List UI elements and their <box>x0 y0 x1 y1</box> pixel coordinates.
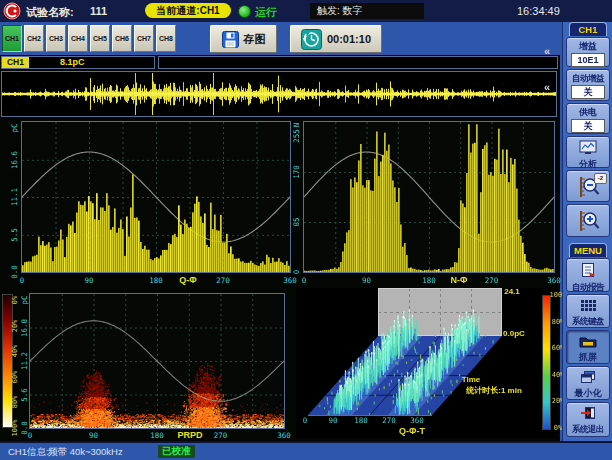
minimize-windows-icon <box>580 370 596 384</box>
q-phi-t-colorbar <box>542 295 551 430</box>
app-logo-icon <box>3 2 21 20</box>
x-tick-label: 90 <box>362 276 371 285</box>
x-tick-label: 360 <box>410 416 424 425</box>
colorbar-tick-label: 0% <box>554 424 562 432</box>
y-axis-unit: pC <box>20 295 29 304</box>
x-axis-label: PRPD <box>177 430 202 440</box>
channel-button-ch4[interactable]: CH4 <box>68 25 88 52</box>
current-channel-pill: 当前通道:CH1 <box>145 3 231 18</box>
channel-button-ch7[interactable]: CH7 <box>134 25 154 52</box>
power-supply-button[interactable]: 供电 关 <box>566 103 610 134</box>
toolbar: CH1CH2CH3CH4CH5CH6CH7CH8 存图 <box>0 22 612 55</box>
prpd-heatmap-panel: 0.05.611.216.8pC090180270360PRPD0%20%40%… <box>0 292 294 442</box>
x-tick-label: 0 <box>302 276 307 285</box>
time-axis-label: Time <box>462 375 481 384</box>
screen-capture-label: 抓屏 <box>567 352 609 363</box>
system-exit-button[interactable]: 系统退出 <box>566 402 610 437</box>
y-tick-label: 11.2 <box>20 352 29 370</box>
x-tick-label: 180 <box>150 431 164 440</box>
auto-gain-button[interactable]: 自动增益 关 <box>566 69 610 101</box>
frequency-band-label: 频带 40k~300kHz <box>48 446 123 459</box>
colorbar-tick-label: 0% <box>11 296 19 304</box>
zoom-in-magnifier-icon <box>576 209 600 233</box>
n-phi-histogram-chart <box>303 121 555 273</box>
collapse-sidebar-icon[interactable]: « <box>544 46 550 56</box>
y-tick-label: 5.5 <box>10 228 19 242</box>
channel-button-group: CH1CH2CH3CH4CH5CH6CH7CH8 <box>2 25 176 52</box>
x-tick-label: 90 <box>328 416 337 425</box>
save-image-button[interactable]: 存图 <box>210 25 277 53</box>
capture-folder-icon <box>579 334 597 348</box>
y-tick-label: 5.6 <box>20 388 29 402</box>
x-tick-label: 180 <box>354 416 368 425</box>
y-tick-label: 16.8 <box>20 318 29 336</box>
z-max-label: 24.1 <box>504 287 520 296</box>
y-tick-label: 0.0 <box>10 265 19 279</box>
run-indicator-icon <box>238 5 251 18</box>
analysis-label: 分析 <box>567 159 609 170</box>
collapse-sidebar-icon[interactable]: « <box>544 82 550 92</box>
system-exit-label: 系统退出 <box>567 424 609 435</box>
exit-door-icon <box>580 406 596 420</box>
system-keyboard-button[interactable]: 系统键盘 <box>566 294 610 328</box>
system-clock: 16:34:49 <box>517 5 560 17</box>
sidebar: CH1 增益 10E1 自动增益 关 供电 关 分析 -2 <box>562 22 612 441</box>
channel-button-ch1[interactable]: CH1 <box>2 25 22 52</box>
y-axis-unit: N <box>292 123 301 128</box>
colorbar-tick-label: 20% <box>11 319 19 332</box>
timer-value: 00:01:10 <box>327 33 371 45</box>
channel-readout-box: CH1 8.1pC <box>1 56 155 69</box>
sidebar-menu-tab[interactable]: MENU <box>569 243 607 257</box>
save-image-label: 存图 <box>244 32 266 47</box>
colorbar-tick-label: 100% <box>11 420 19 437</box>
calibrated-badge: 已校准 <box>158 445 195 458</box>
report-document-icon <box>580 262 596 278</box>
zoom-in-button[interactable] <box>566 204 610 237</box>
secondary-readout-box <box>158 56 558 69</box>
n-phi-histogram-panel: 085170255N090180270360N-Φ <box>284 118 560 290</box>
channel-button-ch3[interactable]: CH3 <box>46 25 66 52</box>
y-tick-label: 85 <box>292 217 301 226</box>
y-tick-label: 255 <box>292 129 301 143</box>
x-tick-label: 90 <box>89 431 98 440</box>
timer-button[interactable]: 00:01:10 <box>290 25 382 53</box>
sidebar-channel-tab[interactable]: CH1 <box>569 22 607 36</box>
status-bar: CH1信息: 频带 40k~300kHz 已校准 <box>0 441 612 460</box>
y-tick-label: 0 <box>292 270 301 275</box>
run-status-label: 运行 <box>255 5 277 20</box>
minimize-button[interactable]: 最小化 <box>566 366 610 400</box>
channel-button-ch8[interactable]: CH8 <box>156 25 176 52</box>
q-phi-histogram-chart <box>21 121 291 273</box>
channel-button-ch6[interactable]: CH6 <box>112 25 132 52</box>
auto-gain-value: 关 <box>571 85 605 99</box>
x-tick-label: 0 <box>28 431 33 440</box>
x-tick-label: 270 <box>382 416 396 425</box>
channel-info-label: CH1信息: <box>8 446 49 459</box>
trigger-mode-box: 触发: 数字 <box>310 3 424 19</box>
minimize-label: 最小化 <box>567 388 609 399</box>
channel-button-ch5[interactable]: CH5 <box>90 25 110 52</box>
q-phi-t-3d-panel: 090180270360Q-Φ-T24.10.0pCTime统计时长:1 min… <box>296 288 560 443</box>
x-tick-label: 360 <box>277 431 291 440</box>
floppy-icon <box>222 31 239 48</box>
auto-gain-label: 自动增益 <box>567 73 609 84</box>
analysis-button[interactable]: 分析 <box>566 136 610 168</box>
charge-readout: 8.1pC <box>60 57 85 68</box>
zoom-out-button[interactable]: -2 <box>566 170 610 202</box>
auto-report-button[interactable]: 自动报告 <box>566 258 610 292</box>
y-tick-label: 11.1 <box>10 188 19 206</box>
measurement-display: CH1 8.1pC 0.05.511.116.6pC090180270360Q-… <box>0 55 560 441</box>
channel-chip: CH1 <box>2 57 29 68</box>
gain-label: 增益 <box>567 41 609 52</box>
top-status-bar: 试验名称: 111 当前通道:CH1 运行 触发: 数字 16:34:49 <box>0 0 612 22</box>
statistics-duration-label: 统计时长:1 min <box>466 385 522 396</box>
y-tick-label: 170 <box>292 165 301 179</box>
x-axis-label: Q-Φ-T <box>399 426 425 436</box>
x-axis-label: N-Φ <box>451 275 468 285</box>
x-tick-label: 0 <box>20 276 25 285</box>
x-tick-label: 270 <box>216 276 230 285</box>
channel-button-ch2[interactable]: CH2 <box>24 25 44 52</box>
analysis-screen-icon <box>579 140 597 155</box>
screen-capture-button[interactable]: 抓屏 <box>566 330 610 364</box>
gain-button[interactable]: 增益 10E1 <box>566 37 610 67</box>
